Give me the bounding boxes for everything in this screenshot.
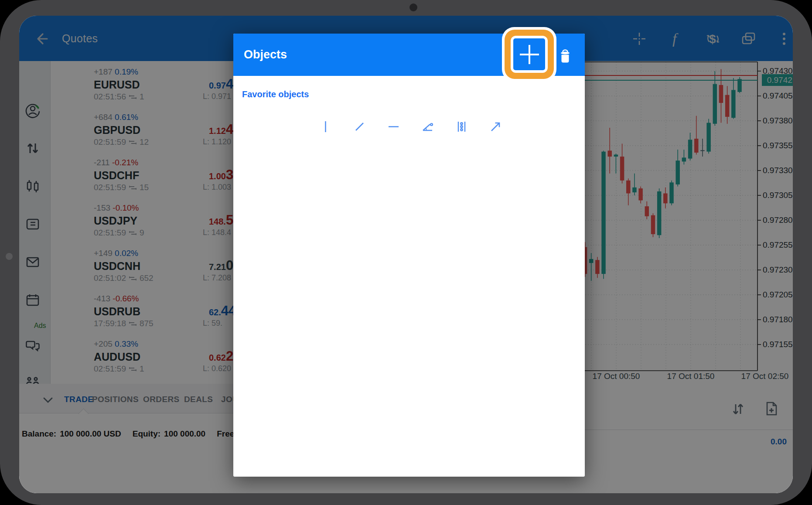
add-object-highlight (502, 27, 556, 82)
highlight-ring (505, 30, 554, 79)
delete-objects-icon[interactable] (557, 48, 573, 65)
highlight-inner-ring (511, 36, 548, 73)
horizontal-line-icon[interactable] (387, 120, 400, 133)
favorite-objects-row (319, 120, 511, 133)
favorite-objects-label: Favorite objects (242, 89, 309, 99)
front-camera-dot (409, 3, 417, 11)
trend-line-icon[interactable] (353, 120, 366, 133)
cycle-lines-icon[interactable] (455, 120, 468, 133)
side-camera-dot (6, 253, 13, 260)
plus-icon (529, 45, 530, 64)
vertical-line-icon[interactable] (319, 120, 332, 133)
arrow-line-icon[interactable] (489, 120, 502, 133)
objects-dialog: Objects Favorite objects (233, 34, 585, 477)
angle-trend-icon[interactable] (421, 120, 434, 133)
app-screen: Quotes f $ (19, 16, 793, 493)
tablet-frame: { "appbar": { "title": "Quotes", "back_i… (0, 0, 812, 505)
dialog-title: Objects (244, 34, 287, 76)
add-object-button[interactable] (513, 38, 545, 70)
